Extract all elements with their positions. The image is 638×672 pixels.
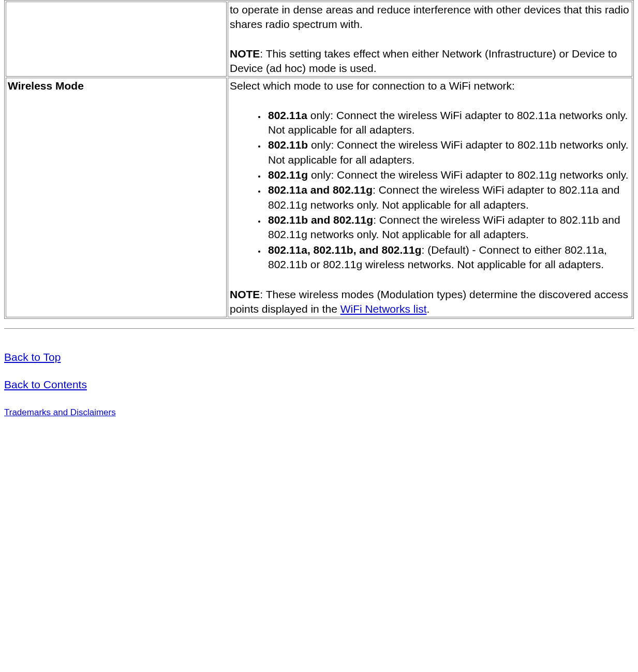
horizontal-rule [4,328,634,329]
table-row: Wireless Mode Select which mode to use f… [6,78,632,317]
mode-name: 802.11g [268,169,308,181]
list-item: 802.11b and 802.11g: Connect the wireles… [266,213,630,242]
list-item: 802.11g only: Connect the wireless WiFi … [266,168,630,182]
mode-name: 802.11b and 802.11g [268,214,373,226]
setting-name-cell: Wireless Mode [6,78,227,317]
back-to-contents-link[interactable]: Back to Contents [4,378,87,390]
trademarks-link[interactable]: Trademarks and Disclaimers [4,407,116,417]
list-item: 802.11a only: Connect the wireless WiFi … [266,108,630,138]
mode-name: 802.11a [268,109,307,121]
list-item: 802.11a, 802.11b, and 802.11g: (Default)… [266,243,630,272]
setting-description-cell: to operate in dense areas and reduce int… [228,2,632,77]
mode-desc: only: Connect the wireless WiFi adapter … [308,169,628,181]
setting-name-cell [6,2,227,77]
note-label: NOTE [230,288,260,300]
mode-name: 802.11a, 802.11b, and 802.11g [268,244,422,256]
note-paragraph: NOTE: This setting takes effect when eit… [230,47,630,76]
note-text-after: . [426,303,429,315]
description-text: to operate in dense areas and reduce int… [230,3,630,32]
back-to-top-link[interactable]: Back to Top [4,351,61,363]
wifi-networks-list-link[interactable]: WiFi Networks list [340,303,427,315]
setting-description-cell: Select which mode to use for connection … [228,78,632,317]
mode-name: 802.11a and 802.11g [268,184,373,196]
note-paragraph: NOTE: These wireless modes (Modulation t… [230,287,630,317]
intro-text: Select which mode to use for connection … [230,79,630,93]
mode-desc: only: Connect the wireless WiFi adapter … [268,109,628,136]
list-item: 802.11a and 802.11g: Connect the wireles… [266,183,630,212]
footer-links: Back to Top Back to Contents Trademarks … [4,350,634,419]
mode-desc: only: Connect the wireless WiFi adapter … [268,139,628,165]
mode-list: 802.11a only: Connect the wireless WiFi … [255,108,630,272]
settings-table: to operate in dense areas and reduce int… [4,0,634,319]
mode-name: 802.11b [268,139,308,151]
table-row: to operate in dense areas and reduce int… [6,2,632,77]
note-text: : This setting takes effect when either … [230,48,617,74]
note-label: NOTE [230,48,260,60]
list-item: 802.11b only: Connect the wireless WiFi … [266,138,630,167]
